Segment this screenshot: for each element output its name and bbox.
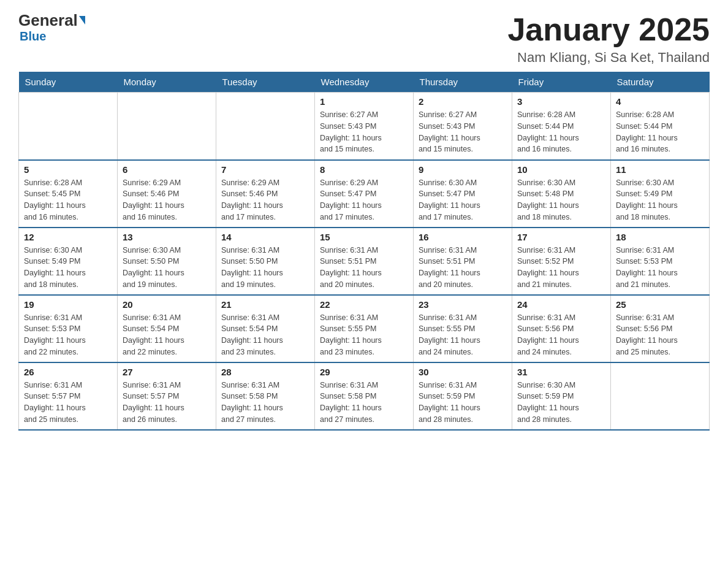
day-info: Sunrise: 6:29 AMSunset: 5:46 PMDaylight:… (221, 177, 309, 223)
table-row: 29Sunrise: 6:31 AMSunset: 5:58 PMDayligh… (315, 362, 414, 430)
day-number: 21 (221, 299, 309, 310)
table-row: 13Sunrise: 6:30 AMSunset: 5:50 PMDayligh… (118, 228, 216, 295)
table-row: 31Sunrise: 6:30 AMSunset: 5:59 PMDayligh… (512, 362, 611, 430)
day-number: 8 (320, 164, 408, 175)
col-saturday: Saturday (611, 72, 710, 93)
day-info: Sunrise: 6:31 AMSunset: 5:51 PMDaylight:… (419, 245, 507, 291)
day-info: Sunrise: 6:30 AMSunset: 5:49 PMDaylight:… (24, 245, 112, 291)
calendar-week-row: 1Sunrise: 6:27 AMSunset: 5:43 PMDaylight… (19, 93, 710, 160)
day-number: 22 (320, 299, 408, 310)
table-row: 6Sunrise: 6:29 AMSunset: 5:46 PMDaylight… (118, 160, 216, 228)
table-row: 1Sunrise: 6:27 AMSunset: 5:43 PMDaylight… (315, 93, 414, 160)
logo-general-text: General (18, 12, 78, 28)
calendar-week-row: 12Sunrise: 6:30 AMSunset: 5:49 PMDayligh… (19, 228, 710, 295)
table-row: 7Sunrise: 6:29 AMSunset: 5:46 PMDaylight… (216, 160, 315, 228)
table-row: 15Sunrise: 6:31 AMSunset: 5:51 PMDayligh… (315, 228, 414, 295)
title-block: January 2025 Nam Kliang, Si Sa Ket, Thai… (507, 12, 710, 66)
table-row (216, 93, 315, 160)
calendar-week-row: 19Sunrise: 6:31 AMSunset: 5:53 PMDayligh… (19, 295, 710, 362)
table-row: 17Sunrise: 6:31 AMSunset: 5:52 PMDayligh… (512, 228, 611, 295)
day-number: 24 (517, 299, 605, 310)
calendar-subtitle: Nam Kliang, Si Sa Ket, Thailand (507, 50, 710, 66)
calendar-week-row: 5Sunrise: 6:28 AMSunset: 5:45 PMDaylight… (19, 160, 710, 228)
calendar-title: January 2025 (507, 12, 710, 47)
day-info: Sunrise: 6:31 AMSunset: 5:50 PMDaylight:… (221, 245, 309, 291)
day-info: Sunrise: 6:31 AMSunset: 5:52 PMDaylight:… (517, 245, 605, 291)
table-row: 21Sunrise: 6:31 AMSunset: 5:54 PMDayligh… (216, 295, 315, 362)
day-number: 1 (320, 96, 408, 107)
day-info: Sunrise: 6:31 AMSunset: 5:56 PMDaylight:… (616, 312, 704, 358)
day-number: 30 (419, 367, 507, 377)
day-info: Sunrise: 6:27 AMSunset: 5:43 PMDaylight:… (320, 109, 408, 155)
table-row: 25Sunrise: 6:31 AMSunset: 5:56 PMDayligh… (611, 295, 710, 362)
day-info: Sunrise: 6:31 AMSunset: 5:59 PMDaylight:… (419, 380, 507, 426)
day-number: 27 (123, 367, 211, 377)
table-row: 8Sunrise: 6:29 AMSunset: 5:47 PMDaylight… (315, 160, 414, 228)
day-number: 3 (517, 96, 605, 107)
day-number: 31 (517, 367, 605, 377)
day-number: 4 (616, 96, 704, 107)
table-row: 14Sunrise: 6:31 AMSunset: 5:50 PMDayligh… (216, 228, 315, 295)
day-number: 29 (320, 367, 408, 377)
table-row: 12Sunrise: 6:30 AMSunset: 5:49 PMDayligh… (19, 228, 118, 295)
day-number: 9 (419, 164, 507, 175)
table-row: 9Sunrise: 6:30 AMSunset: 5:47 PMDaylight… (414, 160, 512, 228)
day-info: Sunrise: 6:28 AMSunset: 5:44 PMDaylight:… (616, 109, 704, 155)
calendar-week-row: 26Sunrise: 6:31 AMSunset: 5:57 PMDayligh… (19, 362, 710, 430)
day-info: Sunrise: 6:31 AMSunset: 5:56 PMDaylight:… (517, 312, 605, 358)
col-friday: Friday (512, 72, 611, 93)
day-info: Sunrise: 6:29 AMSunset: 5:47 PMDaylight:… (320, 177, 408, 223)
col-monday: Monday (118, 72, 216, 93)
logo-blue-text: Blue (18, 29, 46, 44)
col-sunday: Sunday (19, 72, 118, 93)
day-number: 18 (616, 232, 704, 242)
table-row: 22Sunrise: 6:31 AMSunset: 5:55 PMDayligh… (315, 295, 414, 362)
table-row (118, 93, 216, 160)
calendar-header-row: Sunday Monday Tuesday Wednesday Thursday… (19, 72, 710, 93)
day-number: 26 (24, 367, 112, 377)
day-number: 17 (517, 232, 605, 242)
logo-arrow-icon (79, 16, 85, 25)
day-info: Sunrise: 6:31 AMSunset: 5:55 PMDaylight:… (320, 312, 408, 358)
day-number: 7 (221, 164, 309, 175)
day-info: Sunrise: 6:30 AMSunset: 5:48 PMDaylight:… (517, 177, 605, 223)
table-row: 20Sunrise: 6:31 AMSunset: 5:54 PMDayligh… (118, 295, 216, 362)
table-row: 10Sunrise: 6:30 AMSunset: 5:48 PMDayligh… (512, 160, 611, 228)
table-row: 27Sunrise: 6:31 AMSunset: 5:57 PMDayligh… (118, 362, 216, 430)
table-row (19, 93, 118, 160)
day-info: Sunrise: 6:31 AMSunset: 5:51 PMDaylight:… (320, 245, 408, 291)
day-number: 25 (616, 299, 704, 310)
table-row: 26Sunrise: 6:31 AMSunset: 5:57 PMDayligh… (19, 362, 118, 430)
day-number: 10 (517, 164, 605, 175)
table-row: 24Sunrise: 6:31 AMSunset: 5:56 PMDayligh… (512, 295, 611, 362)
day-info: Sunrise: 6:31 AMSunset: 5:54 PMDaylight:… (221, 312, 309, 358)
day-info: Sunrise: 6:30 AMSunset: 5:59 PMDaylight:… (517, 380, 605, 426)
day-number: 5 (24, 164, 112, 175)
day-number: 14 (221, 232, 309, 242)
day-info: Sunrise: 6:28 AMSunset: 5:45 PMDaylight:… (24, 177, 112, 223)
table-row: 11Sunrise: 6:30 AMSunset: 5:49 PMDayligh… (611, 160, 710, 228)
day-info: Sunrise: 6:31 AMSunset: 5:54 PMDaylight:… (123, 312, 211, 358)
table-row: 16Sunrise: 6:31 AMSunset: 5:51 PMDayligh… (414, 228, 512, 295)
day-info: Sunrise: 6:30 AMSunset: 5:47 PMDaylight:… (419, 177, 507, 223)
day-info: Sunrise: 6:30 AMSunset: 5:49 PMDaylight:… (616, 177, 704, 223)
day-number: 13 (123, 232, 211, 242)
day-number: 28 (221, 367, 309, 377)
day-number: 12 (24, 232, 112, 242)
logo: General Blue (18, 12, 85, 44)
table-row: 5Sunrise: 6:28 AMSunset: 5:45 PMDaylight… (19, 160, 118, 228)
day-info: Sunrise: 6:27 AMSunset: 5:43 PMDaylight:… (419, 109, 507, 155)
day-info: Sunrise: 6:31 AMSunset: 5:58 PMDaylight:… (221, 380, 309, 426)
day-number: 16 (419, 232, 507, 242)
day-info: Sunrise: 6:29 AMSunset: 5:46 PMDaylight:… (123, 177, 211, 223)
day-info: Sunrise: 6:31 AMSunset: 5:53 PMDaylight:… (24, 312, 112, 358)
table-row: 3Sunrise: 6:28 AMSunset: 5:44 PMDaylight… (512, 93, 611, 160)
day-info: Sunrise: 6:31 AMSunset: 5:53 PMDaylight:… (616, 245, 704, 291)
day-number: 19 (24, 299, 112, 310)
day-info: Sunrise: 6:30 AMSunset: 5:50 PMDaylight:… (123, 245, 211, 291)
table-row: 23Sunrise: 6:31 AMSunset: 5:55 PMDayligh… (414, 295, 512, 362)
table-row (611, 362, 710, 430)
col-thursday: Thursday (414, 72, 512, 93)
col-tuesday: Tuesday (216, 72, 315, 93)
table-row: 4Sunrise: 6:28 AMSunset: 5:44 PMDaylight… (611, 93, 710, 160)
